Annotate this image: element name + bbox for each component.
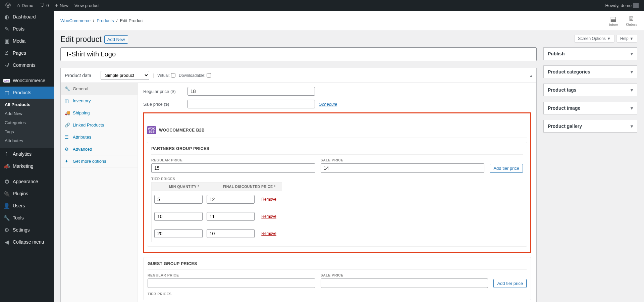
tier-price-input[interactable] [207, 229, 255, 238]
breadcrumb: WooCommerce / Products / Edit Product [60, 18, 144, 23]
admin-bar: ⓦ ⌂Demo 🗨0 +New View product Howdy, demo [0, 0, 644, 11]
virtual-checkbox[interactable] [171, 73, 175, 78]
b2b-title: WOOCOMMERCE B2B [159, 128, 205, 133]
menu-item-users[interactable]: 👤Users [0, 200, 54, 212]
regular-price-input[interactable] [187, 87, 315, 96]
tab-inventory[interactable]: ◫Inventory [61, 95, 138, 107]
breadcrumb-woocommerce[interactable]: WooCommerce [60, 18, 91, 23]
menu-item-collapse-menu[interactable]: ◀Collapse menu [0, 236, 54, 248]
new-link[interactable]: +New [52, 0, 71, 11]
sidebox-header[interactable]: Product gallery▾ [544, 120, 637, 132]
tier-price-input[interactable] [207, 195, 255, 204]
marketing-icon: 📣 [3, 163, 10, 169]
attributes-icon: ☰ [65, 135, 70, 140]
add-tier-price-button[interactable]: Add tier price [490, 164, 523, 173]
submenu-item-categories[interactable]: Categories [0, 118, 54, 127]
product-type-select[interactable]: Simple product [101, 71, 149, 80]
chevron-down-icon: ▾ [631, 105, 633, 111]
chevron-down-icon: ▾ [631, 87, 633, 93]
sidebox-header[interactable]: Product image▾ [544, 102, 637, 114]
product-title-input[interactable] [60, 47, 537, 61]
group-box-1: GUEST GROUP PRICESREGULAR PRICESALE PRIC… [143, 257, 531, 300]
collapse-icon[interactable]: ▴ [530, 73, 532, 78]
tier-row: Remove [151, 208, 282, 225]
inbox-button[interactable]: ⬓Inbox [609, 15, 618, 27]
product-data-tabs: 🔧General◫Inventory🚚Shipping🔗Linked Produ… [61, 83, 138, 302]
virtual-checkbox-label[interactable]: Virtual: [157, 73, 175, 78]
menu-item-media[interactable]: ▣Media [0, 35, 54, 47]
downloadable-checkbox[interactable] [207, 73, 211, 78]
group-1-regular-price-input[interactable] [148, 279, 315, 288]
admin-menu: ◐Dashboard✎Posts▣Media🗎Pages🗨Commentswoo… [0, 11, 54, 302]
tier-row: Remove [151, 191, 282, 208]
tab-get-more-options[interactable]: ✦Get more options [61, 155, 138, 167]
regular-price-label: Regular price ($) [143, 89, 183, 94]
submenu-item-all-products[interactable]: All Products [0, 100, 54, 109]
site-link[interactable]: ⌂Demo [14, 0, 36, 11]
menu-item-tools[interactable]: 🔧Tools [0, 212, 54, 224]
menu-item-appearance[interactable]: ✪Appearance [0, 175, 54, 188]
media-icon: ▣ [3, 38, 10, 44]
products-icon: ◫ [3, 89, 10, 96]
inbox-icon: ⬓ [609, 15, 618, 23]
menu-label: WooCommerce [13, 78, 45, 83]
comments-link[interactable]: 🗨0 [37, 0, 51, 11]
submenu-item-attributes[interactable]: Attributes [0, 136, 54, 145]
orders-icon: 🗎 [626, 15, 637, 22]
sale-price-label: SALE PRICE [321, 158, 485, 162]
sidebox-product-tags: Product tags▾ [543, 84, 637, 96]
group-0-sale-price-input[interactable] [321, 163, 485, 173]
add-tier-price-button[interactable]: Add tier price [493, 279, 527, 288]
remove-tier-link[interactable]: Remove [259, 197, 279, 202]
menu-item-marketing[interactable]: 📣Marketing [0, 160, 54, 172]
tier-price-input[interactable] [207, 212, 255, 221]
remove-tier-link[interactable]: Remove [259, 214, 279, 219]
tab-general[interactable]: 🔧General [61, 83, 138, 95]
tier-qty-input[interactable] [154, 195, 203, 204]
breadcrumb-products[interactable]: Products [97, 18, 114, 23]
submenu-item-tags[interactable]: Tags [0, 127, 54, 136]
tier-qty-input[interactable] [154, 229, 203, 238]
menu-item-settings[interactable]: ⚙Settings [0, 224, 54, 236]
menu-item-dashboard[interactable]: ◐Dashboard [0, 11, 54, 23]
menu-label: Plugins [13, 191, 28, 196]
sidebox-header[interactable]: Product tags▾ [544, 84, 637, 96]
posts-icon: ✎ [3, 26, 10, 32]
tier-qty-input[interactable] [154, 212, 203, 221]
sale-price-label: SALE PRICE [321, 273, 488, 277]
tier-row: Remove [151, 225, 282, 242]
b2b-highlight: WOOB2B WOOCOMMERCE B2B PARTNERS GROUP PR… [143, 112, 531, 253]
tab-attributes[interactable]: ☰Attributes [61, 131, 138, 143]
schedule-link[interactable]: Schedule [319, 102, 337, 107]
linked-products-icon: 🔗 [65, 122, 70, 128]
view-product-link[interactable]: View product [72, 0, 102, 11]
sidebox-header[interactable]: Product categories▾ [544, 66, 637, 78]
menu-item-comments[interactable]: 🗨Comments [0, 59, 54, 71]
appearance-icon: ✪ [3, 178, 10, 185]
menu-item-plugins[interactable]: 🔌Plugins [0, 188, 54, 200]
help-button[interactable]: Help ▼ [616, 35, 637, 43]
group-box-0: PARTNERS GROUP PRICESREGULAR PRICESALE P… [147, 142, 527, 247]
downloadable-checkbox-label[interactable]: Downloadable: [179, 73, 211, 78]
tab-shipping[interactable]: 🚚Shipping [61, 107, 138, 119]
tab-linked-products[interactable]: 🔗Linked Products [61, 119, 138, 131]
add-new-button[interactable]: Add New [104, 35, 128, 44]
regular-price-label: REGULAR PRICE [148, 273, 315, 277]
sidebox-header[interactable]: Publish▾ [544, 48, 637, 60]
account-link[interactable]: Howdy, demo [602, 0, 641, 11]
col-min-qty: MIN QUANTITY * [152, 183, 217, 191]
submenu-item-add-new[interactable]: Add New [0, 109, 54, 118]
wp-logo[interactable]: ⓦ [3, 0, 13, 11]
sale-price-input[interactable] [187, 100, 315, 108]
group-0-regular-price-input[interactable] [151, 163, 315, 173]
menu-item-products[interactable]: ◫Products [0, 87, 54, 99]
menu-item-woocommerce[interactable]: wooWooCommerce [0, 74, 54, 87]
screen-options-button[interactable]: Screen Options ▼ [574, 35, 614, 43]
orders-button[interactable]: 🗎Orders [626, 15, 637, 27]
menu-item-analytics[interactable]: ⫿Analytics [0, 148, 54, 160]
menu-item-pages[interactable]: 🗎Pages [0, 47, 54, 59]
remove-tier-link[interactable]: Remove [259, 231, 279, 236]
menu-item-posts[interactable]: ✎Posts [0, 23, 54, 35]
tab-advanced[interactable]: ⚙Advanced [61, 143, 138, 155]
group-1-sale-price-input[interactable] [321, 279, 488, 288]
